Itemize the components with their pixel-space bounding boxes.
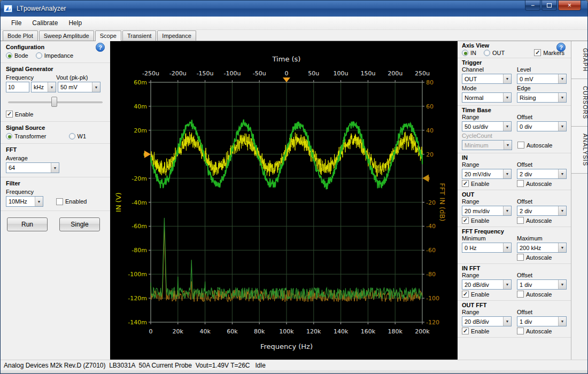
fft-frequency-title: FFT Frequency	[462, 228, 567, 235]
axis-in-radio[interactable]: IN	[462, 50, 476, 56]
out-offset-label: Offset	[517, 198, 567, 205]
in-fft-enable-checkbox[interactable]: ✓Enable	[462, 291, 512, 298]
timebase-autoscale-checkbox[interactable]: Autoscale	[517, 140, 567, 150]
bode-radio[interactable]: Bode	[6, 52, 28, 59]
timebase-offset-value: 0 div	[517, 123, 558, 130]
out-fft-offset-value: 1 div	[517, 318, 558, 325]
tab-impedance[interactable]: Impedance	[157, 30, 196, 41]
svg-text:-200u: -200u	[169, 70, 187, 77]
help-icon[interactable]: ?	[556, 43, 566, 52]
in-fft-autoscale-checkbox[interactable]: Autoscale	[517, 291, 567, 298]
chevron-down-icon: ▼	[35, 197, 43, 206]
checkbox-icon	[517, 142, 524, 149]
amplitude-slider[interactable]	[7, 96, 104, 108]
menu-help[interactable]: Help	[63, 17, 87, 29]
siggen-enable-label: Enable	[15, 111, 33, 118]
svg-text:40k: 40k	[199, 328, 211, 335]
filter-frequency-value: 10MHz	[6, 198, 35, 205]
in-fft-offset-select[interactable]: 1 div▼	[517, 279, 567, 290]
siggen-enable-checkbox[interactable]: ✓ Enable	[6, 111, 105, 118]
menu-bar: File Calibrate Help	[1, 17, 587, 30]
in-range-value: 20 mV/div	[462, 171, 503, 177]
close-button[interactable]: ×	[558, 1, 581, 11]
axis-out-radio[interactable]: OUT	[484, 50, 505, 56]
right-panel: Axis View ? IN OUT ✓ Markers	[458, 41, 571, 360]
signal-source-section: Signal Source Transformer W1	[1, 122, 110, 144]
frequency-input[interactable]	[6, 82, 29, 92]
out-fft-enable-label: Enable	[471, 328, 489, 334]
average-label: Average	[6, 155, 105, 161]
filter-enabled-checkbox[interactable]: Enabled	[56, 198, 87, 205]
trigger-time-marker[interactable]	[283, 77, 290, 82]
out-fft-enable-checkbox[interactable]: ✓Enable	[462, 328, 512, 334]
fft-frequency-autoscale-label: Autoscale	[526, 254, 552, 261]
chevron-down-icon: ▼	[558, 243, 566, 252]
w1-radio[interactable]: W1	[69, 133, 87, 139]
timebase-offset-select[interactable]: 0 div▼	[517, 121, 567, 131]
out-autoscale-label: Autoscale	[526, 217, 552, 224]
help-icon[interactable]: ?	[96, 43, 105, 52]
svg-text:60: 60	[426, 103, 434, 110]
out-autoscale-checkbox[interactable]: Autoscale	[517, 217, 567, 224]
single-button[interactable]: Single	[59, 217, 100, 231]
tab-scope[interactable]: Scope	[95, 30, 121, 41]
tab-sweep-amplitude[interactable]: Sweep Amplitude	[39, 30, 94, 41]
svg-text:-150u: -150u	[197, 70, 214, 77]
minimize-button[interactable]: −	[525, 1, 540, 11]
side-tab-analysis[interactable]: ANALYSIS	[571, 127, 588, 174]
in-autoscale-checkbox[interactable]: Autoscale	[517, 180, 567, 187]
fft-frequency-section: FFT Frequency MinimumMaximum 0 Hz▼ 200 k…	[458, 227, 571, 264]
impedance-radio[interactable]: Impedance	[36, 52, 73, 59]
signal-generator-title: Signal Generator	[6, 66, 105, 72]
filter-controls: 10MHz ▼ Enabled	[6, 196, 105, 207]
out-enable-checkbox[interactable]: ✓Enable	[462, 217, 512, 224]
in-fft-range-label: Range	[462, 272, 512, 278]
menu-file[interactable]: File	[6, 17, 27, 29]
chevron-down-icon: ▼	[503, 93, 511, 102]
vout-select[interactable]: 50 mV ▼	[58, 82, 100, 92]
filter-frequency-select[interactable]: 10MHz ▼	[6, 196, 43, 207]
svg-text:120k: 120k	[306, 328, 321, 335]
fft-average-select[interactable]: 64 ▼	[6, 162, 59, 173]
side-tab-graph[interactable]: GRAPH	[571, 41, 588, 79]
chevron-down-icon: ▼	[503, 74, 511, 83]
in-section: IN RangeOffset 20 mV/div▼ 2 div▼ ✓Enable…	[458, 153, 571, 190]
checkbox-icon: ✓	[462, 217, 469, 224]
out-fft-autoscale-checkbox[interactable]: Autoscale	[517, 328, 567, 334]
out-fft-offset-select[interactable]: 1 div▼	[517, 316, 567, 326]
fft-frequency-autoscale-checkbox[interactable]: Autoscale	[517, 254, 567, 261]
side-tab-strip: GRAPH CURSORS ANALYSIS	[571, 41, 588, 360]
trigger-channel-select[interactable]: OUT▼	[462, 74, 512, 84]
out-section: OUT RangeOffset 20 mv/div▼ 2 div▼ ✓Enabl…	[458, 190, 571, 227]
in-enable-checkbox[interactable]: ✓Enable	[462, 180, 512, 187]
transformer-radio[interactable]: Transformer	[6, 133, 47, 139]
signal-generator-section: Signal Generator Frequency Vout (pk-pk) …	[1, 63, 110, 122]
tab-transient[interactable]: Transient	[122, 30, 156, 41]
out-range-select[interactable]: 20 mv/div▼	[462, 206, 512, 216]
slider-thumb[interactable]	[51, 97, 57, 107]
frequency-unit-select[interactable]: kHz ▼	[31, 82, 56, 92]
in-offset-select[interactable]: 2 div▼	[517, 169, 567, 179]
fft-offset-marker[interactable]	[422, 175, 429, 182]
maximize-button[interactable]	[541, 1, 557, 11]
side-tab-cursors[interactable]: CURSORS	[571, 79, 588, 127]
out-fft-range-select[interactable]: 20 dB/div▼	[462, 316, 512, 326]
in-range-select[interactable]: 20 mV/div▼	[462, 169, 512, 179]
svg-text:-40: -40	[426, 223, 436, 230]
trigger-level-select[interactable]: 0 mV▼	[517, 74, 567, 84]
out-offset-select[interactable]: 2 div▼	[517, 206, 567, 216]
chevron-down-icon: ▼	[503, 317, 511, 326]
trigger-mode-value: Normal	[462, 95, 503, 101]
in-fft-range-select[interactable]: 20 dB/div▼	[462, 279, 512, 290]
menu-calibrate[interactable]: Calibrate	[27, 17, 63, 29]
radio-icon	[6, 52, 12, 59]
timebase-range-select[interactable]: 50 us/div▼	[462, 121, 512, 131]
trigger-mode-select[interactable]: Normal▼	[462, 92, 512, 103]
fft-minimum-select[interactable]: 0 Hz▼	[462, 243, 512, 253]
tab-bode-plot[interactable]: Bode Plot	[3, 30, 38, 41]
run-button[interactable]: Run	[7, 217, 48, 231]
in-offset-marker[interactable]	[144, 151, 151, 158]
svg-text:-140m: -140m	[128, 319, 147, 326]
fft-maximum-select[interactable]: 200 kHz▼	[517, 243, 567, 253]
trigger-edge-select[interactable]: Rising▼	[517, 92, 567, 103]
